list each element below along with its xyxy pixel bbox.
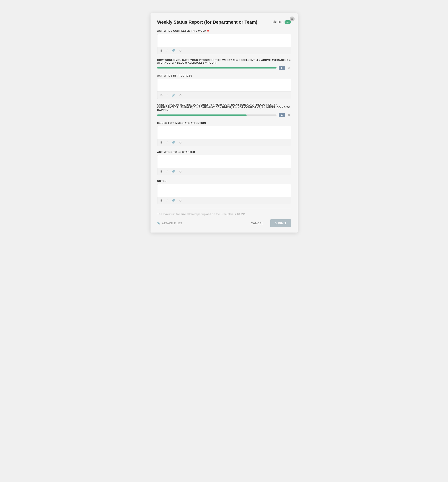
- confidence-track-fill: [157, 114, 247, 116]
- link-btn-2[interactable]: 🔗: [171, 93, 176, 97]
- italic-btn-4[interactable]: I: [166, 169, 168, 174]
- progress-rating-section: HOW WOULD YOU RATE YOUR PROGRESS THIS WE…: [157, 59, 291, 70]
- activities-in-progress-input[interactable]: [157, 79, 291, 91]
- brand-badge: net: [284, 20, 291, 24]
- bold-btn-3[interactable]: B: [160, 140, 164, 145]
- emoji-btn-3[interactable]: ☺: [178, 140, 183, 145]
- activities-to-start-input[interactable]: [157, 155, 291, 167]
- activities-to-start-editor: B I 🔗 ☺: [157, 155, 291, 175]
- notes-input[interactable]: [157, 184, 291, 196]
- emoji-btn-5[interactable]: ☺: [178, 198, 183, 203]
- bold-btn-5[interactable]: B: [160, 198, 164, 203]
- italic-btn-1[interactable]: I: [166, 48, 168, 53]
- paperclip-icon: 📎: [157, 222, 161, 225]
- confidence-label: CONFIDENCE IN MEETING DEADLINES (5 = VER…: [157, 103, 291, 111]
- footer-right: CANCEL SUBMIT: [248, 219, 291, 227]
- emoji-btn-2[interactable]: ☺: [178, 93, 183, 97]
- progress-value-badge: 5: [279, 66, 285, 70]
- link-btn-4[interactable]: 🔗: [171, 169, 176, 174]
- brand-text: status: [272, 20, 284, 24]
- confidence-clear-btn[interactable]: ✕: [287, 113, 291, 117]
- issues-editor: B I 🔗 ☺: [157, 126, 291, 146]
- file-size-note: The maximum file size allowed per upload…: [157, 212, 291, 216]
- issues-toolbar: B I 🔗 ☺: [157, 139, 291, 146]
- notes-editor: B I 🔗 ☺: [157, 184, 291, 204]
- confidence-value-badge: 4: [279, 113, 285, 117]
- modal-container: Weekly Status Report (for Department or …: [150, 13, 298, 233]
- activities-in-progress-label: ACTIVITIES IN PROGRESS: [157, 74, 291, 77]
- link-btn-3[interactable]: 🔗: [171, 140, 176, 145]
- confidence-section: CONFIDENCE IN MEETING DEADLINES (5 = VER…: [157, 103, 291, 117]
- footer-actions: 📎 ATTACH FILES CANCEL SUBMIT: [157, 219, 291, 227]
- submit-button[interactable]: SUBMIT: [270, 219, 291, 227]
- issues-label: ISSUES FOR IMMEDIATE ATTENTION: [157, 122, 291, 124]
- link-btn-1[interactable]: 🔗: [171, 48, 176, 53]
- notes-toolbar: B I 🔗 ☺: [157, 197, 291, 204]
- activities-completed-toolbar: B I 🔗 ☺: [157, 47, 291, 54]
- italic-btn-5[interactable]: I: [166, 198, 168, 203]
- activities-in-progress-toolbar: B I 🔗 ☺: [157, 91, 291, 99]
- progress-track-fill: [157, 67, 276, 69]
- activities-in-progress-editor: B I 🔗 ☺: [157, 79, 291, 99]
- activities-completed-input[interactable]: [157, 34, 291, 46]
- attach-files-button[interactable]: 📎 ATTACH FILES: [157, 222, 182, 225]
- italic-btn-3[interactable]: I: [166, 140, 168, 145]
- cancel-button[interactable]: CANCEL: [248, 220, 267, 227]
- progress-rating-label: HOW WOULD YOU RATE YOUR PROGRESS THIS WE…: [157, 59, 291, 64]
- bold-btn-1[interactable]: B: [160, 48, 164, 53]
- activities-to-start-label: ACTIVITIES TO BE STARTED: [157, 151, 291, 153]
- emoji-btn-4[interactable]: ☺: [178, 169, 183, 174]
- activities-completed-label: ACTIVITIES COMPLETED THIS WEEK★: [157, 29, 291, 32]
- notes-label: NOTES: [157, 180, 291, 182]
- activities-completed-editor: B I 🔗 ☺: [157, 34, 291, 54]
- brand-logo: status net: [272, 20, 291, 24]
- italic-btn-2[interactable]: I: [166, 93, 168, 97]
- progress-clear-btn[interactable]: ✕: [287, 66, 291, 70]
- close-button[interactable]: ×: [290, 16, 295, 21]
- modal-footer: The maximum file size allowed per upload…: [157, 209, 291, 227]
- modal-title: Weekly Status Report (for Department or …: [157, 20, 257, 25]
- progress-rating-row: 5 ✕: [157, 66, 291, 70]
- issues-input[interactable]: [157, 126, 291, 138]
- link-btn-5[interactable]: 🔗: [171, 198, 176, 203]
- bold-btn-2[interactable]: B: [160, 93, 164, 97]
- activities-to-start-toolbar: B I 🔗 ☺: [157, 168, 291, 175]
- emoji-btn-1[interactable]: ☺: [178, 48, 183, 53]
- required-star: ★: [207, 29, 210, 32]
- confidence-row: 4 ✕: [157, 113, 291, 117]
- modal-header: Weekly Status Report (for Department or …: [157, 20, 291, 25]
- confidence-slider-track: [157, 114, 276, 116]
- bold-btn-4[interactable]: B: [160, 169, 164, 174]
- modal-title-group: Weekly Status Report (for Department or …: [157, 20, 257, 25]
- progress-slider-track: [157, 67, 276, 69]
- attach-label: ATTACH FILES: [162, 222, 182, 225]
